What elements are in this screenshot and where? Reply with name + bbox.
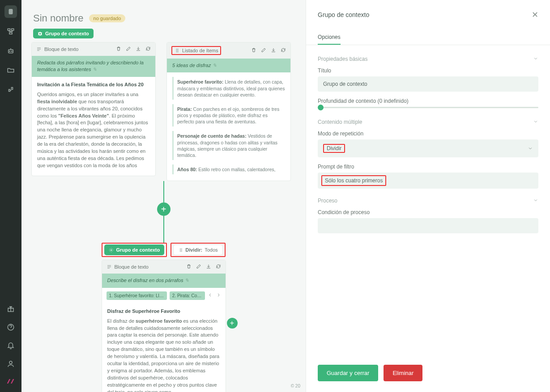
list-item: Personaje de cuento de hadas: Vestidos d… — [172, 131, 285, 160]
sidebar — [0, 0, 21, 392]
brand-icon — [6, 378, 15, 386]
add-node-button[interactable]: + — [157, 202, 171, 216]
block3-type-label: Bloque de texto — [107, 264, 149, 270]
condition-input[interactable] — [318, 218, 538, 233]
footer-year: © 20 — [291, 384, 300, 388]
label-condition: Condición de proceso — [318, 209, 538, 215]
nav-flow-icon[interactable] — [7, 28, 15, 37]
label-title: Título — [318, 67, 538, 74]
block1-prompt[interactable]: Redacta dos párrafos invitando y describ… — [32, 56, 155, 77]
block2-content: Superhéroe favorito: Llena de detalles, … — [167, 72, 290, 181]
block1-content: Invitación a la Fiesta Temática de los A… — [32, 77, 155, 176]
text-block-1: Bloque de texto Redacta dos párrafos inv… — [31, 42, 156, 176]
refresh-icon[interactable] — [216, 264, 221, 270]
section-basic[interactable]: Propiedades básicas — [318, 53, 538, 67]
svg-point-5 — [9, 51, 10, 52]
chip[interactable]: 2. Pirata: Con parc — [170, 291, 205, 300]
block1-type-label: Bloque de texto — [36, 46, 78, 52]
svg-point-9 — [9, 361, 12, 364]
filter-input[interactable]: Sólo los cuatro primeros — [318, 173, 538, 189]
label-filter: Prompt de filtro — [318, 164, 538, 170]
canvas: Sin nombre no guardado Grupo de contexto… — [21, 0, 306, 392]
list-item: Años 80: Estilo retro con mallas, calent… — [172, 164, 285, 174]
list-item: Pirata: Con parches en el ojo, sombreros… — [172, 104, 285, 127]
divider-tag[interactable]: Dividir: Todos — [173, 244, 222, 255]
label-mode: Modo de repetición — [318, 131, 538, 137]
context-group-tag-2[interactable]: Grupo de contexto — [104, 244, 164, 255]
section-multi[interactable]: Contenido múltiple — [318, 116, 538, 131]
panel-title: Grupo de contexto — [318, 11, 369, 18]
edit-icon[interactable] — [126, 46, 131, 52]
mode-select[interactable]: Dividir — [318, 139, 538, 157]
refresh-icon[interactable] — [281, 47, 286, 54]
properties-panel: Grupo de contexto ✕ Opciones Propiedades… — [306, 0, 550, 392]
app-logo[interactable] — [4, 5, 17, 18]
edit-icon[interactable] — [196, 264, 201, 270]
edit-icon[interactable] — [261, 47, 266, 54]
status-badge: no guardado — [89, 14, 126, 22]
help-icon[interactable] — [7, 323, 15, 333]
delete-icon[interactable] — [251, 47, 256, 54]
save-button[interactable]: Guardar y cerrar — [318, 365, 378, 381]
depth-slider[interactable] — [318, 107, 538, 108]
block3-prompt[interactable]: Describe el disfraz en dos párrafos✎ — [102, 274, 226, 287]
bell-icon[interactable] — [7, 341, 15, 351]
nav-plug-icon[interactable] — [7, 85, 15, 95]
context-group-tag-1[interactable]: Grupo de contexto — [33, 29, 94, 38]
chip-prev-icon[interactable] — [208, 292, 213, 299]
download-icon[interactable] — [206, 264, 211, 270]
list-item: Superhéroe favorito: Llena de detalles, … — [172, 77, 285, 100]
header: Sin nombre no guardado — [21, 0, 306, 29]
text-block-2: Bloque de texto Describe el disfraz en d… — [102, 260, 226, 392]
chip-next-icon[interactable] — [216, 292, 221, 299]
title-input[interactable] — [318, 76, 538, 92]
refresh-icon[interactable] — [145, 46, 151, 52]
block2-type-label: Listado de ítems — [174, 48, 218, 53]
page-title: Sin nombre — [33, 13, 84, 24]
svg-rect-3 — [9, 33, 12, 34]
section-process[interactable]: Proceso — [318, 195, 538, 209]
tab-options[interactable]: Opciones — [318, 30, 341, 45]
svg-rect-1 — [8, 29, 10, 30]
gift-icon[interactable] — [7, 305, 15, 314]
list-block: Listado de ítems 5 ideas de disfraz✎ — [166, 42, 291, 181]
user-icon[interactable] — [7, 360, 15, 369]
block3-content: Disfraz de Superhéroe Favorito El disfra… — [102, 303, 226, 392]
label-depth: Profundidad de contexto (0 indefinido) — [318, 98, 538, 104]
svg-rect-2 — [12, 29, 14, 30]
nav-folder-icon[interactable] — [7, 66, 15, 76]
delete-button[interactable]: Eliminar — [384, 365, 422, 381]
download-icon[interactable] — [271, 47, 276, 54]
download-icon[interactable] — [136, 46, 141, 52]
svg-point-6 — [12, 51, 13, 52]
delete-icon[interactable] — [186, 264, 192, 270]
add-sibling-button[interactable]: + — [227, 318, 238, 329]
svg-rect-0 — [9, 9, 13, 14]
svg-point-10 — [111, 249, 112, 251]
close-icon[interactable]: ✕ — [532, 10, 538, 20]
block2-prompt[interactable]: 5 ideas de disfraz✎ — [167, 59, 290, 72]
nav-bot-icon[interactable] — [7, 47, 15, 56]
chip[interactable]: 1. Superhéroe favorito: Llena de ... — [107, 291, 167, 300]
delete-icon[interactable] — [116, 46, 121, 52]
